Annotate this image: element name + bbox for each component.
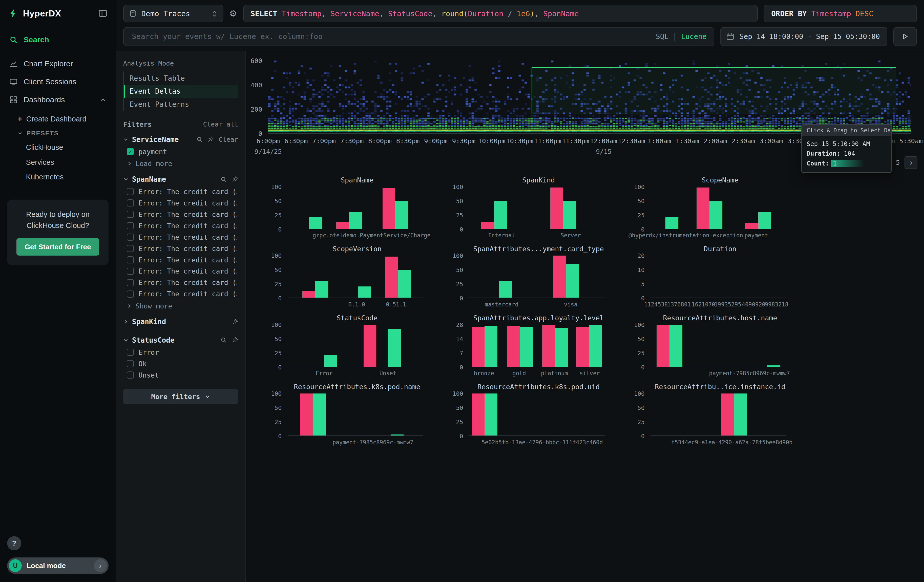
checkbox[interactable] [127, 360, 134, 367]
bar-outlier[interactable] [336, 222, 349, 229]
sidebar-item-clickhouse[interactable]: ClickHouse [0, 140, 116, 155]
bar-inlier[interactable] [670, 325, 682, 367]
sidebar-item-search[interactable]: Search [0, 31, 116, 48]
bar-inlier[interactable] [494, 201, 507, 229]
pin-icon[interactable] [232, 176, 238, 183]
sql-mode-toggle[interactable]: SQL [656, 32, 668, 41]
checkbox[interactable] [127, 188, 134, 195]
facet-option[interactable]: Error [123, 347, 238, 358]
analysis-mode-results-table[interactable]: Results Table [124, 72, 238, 85]
bar-inlier[interactable] [388, 329, 401, 366]
create-dashboard-button[interactable]: + Create Dashboard [0, 112, 116, 126]
bar-inlier[interactable] [358, 287, 371, 298]
facet-show-more-button[interactable]: Show more [123, 300, 238, 310]
facet-option[interactable]: ✓payment [123, 146, 238, 157]
search-icon[interactable] [196, 136, 203, 143]
checkbox[interactable] [127, 268, 134, 275]
clear-all-filters-button[interactable]: Clear all [203, 120, 238, 128]
source-select[interactable]: Demo Traces [123, 5, 223, 23]
facet-header-SpanKind[interactable]: SpanKind [123, 316, 238, 328]
facet-option[interactable]: Error: The credit card (… [123, 197, 238, 209]
facet-option[interactable]: Error: The credit card (… [123, 265, 238, 277]
heatmap-plot[interactable] [268, 58, 911, 134]
sidebar-item-kubernetes[interactable]: Kubernetes [0, 170, 116, 184]
run-query-button[interactable] [893, 27, 917, 46]
bar-inlier[interactable] [485, 326, 497, 367]
bar-inlier[interactable] [324, 355, 337, 366]
bar-inlier[interactable] [734, 394, 747, 435]
bar-outlier[interactable] [472, 326, 485, 367]
user-menu[interactable]: U Local mode › [7, 557, 109, 574]
checkbox[interactable] [127, 349, 134, 356]
bar-inlier[interactable] [499, 281, 512, 298]
bar-outlier[interactable] [300, 394, 313, 435]
bar-outlier[interactable] [542, 325, 555, 367]
sidebar-item-chart-explorer[interactable]: Chart Explorer [0, 55, 116, 72]
bar-inlier[interactable] [566, 264, 579, 298]
facet-header-ServiceName[interactable]: ServiceNameClear [123, 134, 238, 146]
checkbox[interactable] [127, 234, 134, 241]
bar-outlier[interactable] [383, 188, 396, 229]
drag-selection-region[interactable] [531, 67, 896, 115]
checkbox[interactable]: ✓ [127, 148, 134, 155]
pin-icon[interactable] [208, 136, 214, 143]
bar-outlier[interactable] [550, 188, 563, 229]
select-query-input[interactable]: SELECT Timestamp, ServiceName, StatusCod… [243, 5, 758, 23]
facet-option[interactable]: Error: The credit card (… [123, 186, 238, 197]
more-filters-button[interactable]: More filters [123, 389, 238, 404]
order-by-input[interactable]: ORDER BY Timestamp DESC [764, 5, 917, 23]
pin-icon[interactable] [232, 318, 238, 325]
checkbox[interactable] [127, 222, 134, 229]
facet-option[interactable]: Unset [123, 369, 238, 381]
bar-inlier[interactable] [555, 328, 568, 367]
bar-outlier[interactable] [721, 394, 734, 435]
help-button[interactable]: ? [7, 536, 21, 551]
bar-outlier[interactable] [385, 257, 398, 298]
checkbox[interactable] [127, 211, 134, 218]
sidebar-item-dashboards[interactable]: Dashboards [0, 91, 116, 108]
bar-outlier[interactable] [745, 223, 758, 229]
date-range-picker[interactable]: Sep 14 18:00:00 - Sep 15 05:30:00 [720, 27, 887, 46]
facet-header-SpanName[interactable]: SpanName [123, 174, 238, 186]
bar-inlier[interactable] [313, 394, 326, 435]
lucene-mode-toggle[interactable]: Lucene [681, 32, 707, 41]
analysis-mode-event-deltas[interactable]: Event Deltas [124, 85, 238, 98]
checkbox[interactable] [127, 279, 134, 286]
bar-outlier[interactable] [553, 256, 566, 298]
bar-inlier[interactable] [309, 218, 322, 229]
facet-option[interactable]: Error: The credit card (… [123, 232, 238, 243]
checkbox[interactable] [127, 199, 134, 206]
bar-inlier[interactable] [758, 212, 771, 229]
bar-outlier[interactable] [364, 325, 376, 367]
sidebar-item-client-sessions[interactable]: Client Sessions [0, 73, 116, 90]
bar-outlier[interactable] [472, 394, 485, 435]
bar-inlier[interactable] [395, 201, 408, 229]
facet-load-more-button[interactable]: Load more [123, 157, 238, 168]
bar-inlier[interactable] [391, 434, 404, 435]
checkbox[interactable] [127, 290, 134, 298]
bar-inlier[interactable] [485, 394, 497, 435]
bar-inlier[interactable] [589, 325, 602, 367]
bar-inlier[interactable] [665, 218, 678, 229]
facet-option[interactable]: Error: The credit card (… [123, 254, 238, 266]
facet-option[interactable]: Ok [123, 358, 238, 369]
checkbox[interactable] [127, 371, 134, 379]
bar-outlier[interactable] [576, 326, 589, 367]
bar-inlier[interactable] [710, 201, 722, 229]
get-started-button[interactable]: Get Started for Free [16, 238, 99, 256]
sidebar-item-services[interactable]: Services [0, 155, 116, 169]
bar-outlier[interactable] [507, 326, 520, 367]
facet-clear-button[interactable]: Clear [219, 136, 238, 143]
search-icon[interactable] [220, 176, 227, 183]
bar-inlier[interactable] [767, 365, 780, 366]
search-input[interactable] [131, 31, 651, 41]
pager-next-button[interactable]: › [904, 156, 917, 169]
bar-outlier[interactable] [696, 188, 710, 229]
facet-option[interactable]: Error: The credit card (… [123, 220, 238, 232]
bar-outlier[interactable] [302, 291, 315, 298]
bar-inlier[interactable] [398, 270, 411, 298]
facet-option[interactable]: Error: The credit card (… [123, 209, 238, 220]
presets-toggle[interactable]: PRESETS [0, 127, 116, 140]
analysis-mode-event-patterns[interactable]: Event Patterns [124, 98, 238, 111]
checkbox[interactable] [127, 245, 134, 252]
